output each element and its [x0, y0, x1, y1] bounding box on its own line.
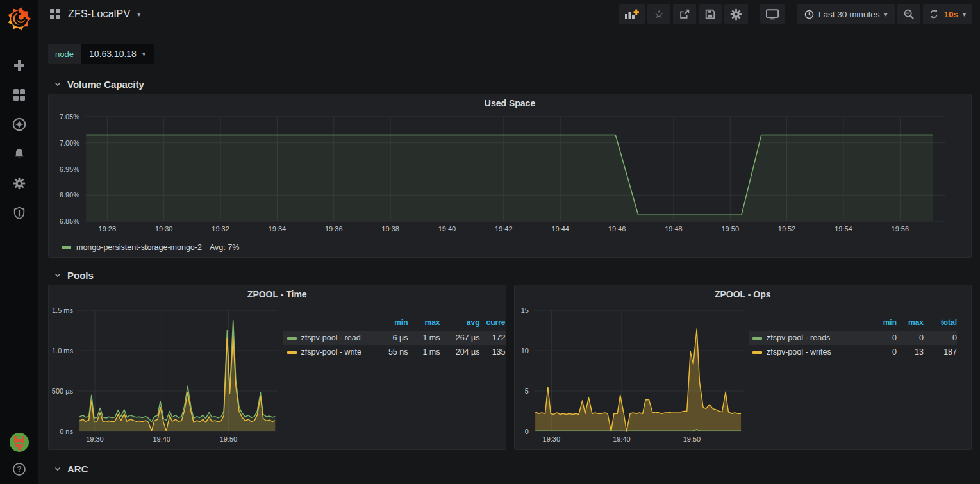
- cycle-view-tv-button[interactable]: [760, 4, 785, 24]
- value-total: 187: [924, 345, 957, 359]
- add-panel-button[interactable]: [619, 4, 645, 24]
- refresh-interval-label: 10s: [943, 10, 958, 19]
- series-swatch: [62, 246, 71, 249]
- svg-text:10: 10: [520, 347, 528, 355]
- value-max: 1 ms: [408, 331, 440, 345]
- alerting-bell-icon[interactable]: [12, 147, 26, 161]
- svg-text:19:56: 19:56: [892, 225, 909, 233]
- svg-text:19:30: 19:30: [155, 225, 173, 233]
- row-header-pools[interactable]: Pools: [48, 265, 972, 285]
- explore-compass-icon[interactable]: [12, 117, 26, 131]
- time-range-label: Last 30 minutes: [818, 10, 879, 19]
- create-plus-icon[interactable]: [12, 58, 26, 72]
- svg-text:19:36: 19:36: [325, 225, 343, 233]
- series-swatch: [287, 351, 297, 354]
- svg-text:19:50: 19:50: [220, 435, 237, 443]
- panel-zpool-ops: ZPOOL - Ops 05101519:3019:4019:50 min ma…: [514, 285, 972, 450]
- legend-col-spacer: [749, 317, 870, 331]
- grafana-app: ? ZFS-LocalPV ▾ ☆: [0, 0, 980, 484]
- panel-title[interactable]: ZPOOL - Time: [49, 285, 506, 303]
- svg-text:0 ns: 0 ns: [60, 428, 73, 435]
- used-space-chart[interactable]: 6.85%6.90%6.95%7.00%7.05%19:2819:3019:32…: [49, 112, 971, 238]
- svg-text:19:40: 19:40: [613, 435, 630, 443]
- zpool-ops-chart[interactable]: 05101519:3019:4019:50: [515, 303, 749, 449]
- clock-icon: [804, 10, 814, 19]
- pools-panels-row: ZPOOL - Time 0 ns500 µs1.0 ms1.5 ms19:30…: [48, 285, 972, 450]
- save-button[interactable]: [699, 4, 722, 24]
- value-total: 0: [924, 331, 957, 345]
- legend-header-max[interactable]: max: [408, 317, 440, 331]
- row-title: Volume Capacity: [67, 79, 144, 90]
- svg-text:7.05%: 7.05%: [60, 113, 79, 121]
- dashboard-squares-icon: [49, 8, 61, 20]
- svg-text:19:46: 19:46: [608, 225, 626, 233]
- topnav-actions: ☆ Last 30 mi: [619, 4, 972, 24]
- legend-header-max[interactable]: max: [897, 317, 924, 331]
- main-area: ZFS-LocalPV ▾ ☆: [38, 0, 980, 484]
- svg-text:19:48: 19:48: [665, 225, 683, 233]
- refresh-icon: [929, 9, 939, 19]
- configuration-gear-icon[interactable]: [12, 176, 26, 190]
- legend-header-min[interactable]: min: [870, 317, 897, 331]
- zoom-out-button[interactable]: [897, 4, 920, 24]
- share-button[interactable]: [673, 4, 696, 24]
- panel-title[interactable]: ZPOOL - Ops: [515, 285, 972, 303]
- svg-text:5: 5: [524, 387, 528, 395]
- panel-title[interactable]: Used Space: [49, 94, 971, 112]
- legend-header-total[interactable]: total: [924, 317, 957, 331]
- variable-label: node: [48, 44, 81, 64]
- value-max: 13: [897, 345, 924, 359]
- row-header-arc[interactable]: ARC: [48, 459, 972, 478]
- node-variable-dropdown[interactable]: node 10.63.10.18 ▾: [48, 44, 154, 64]
- zpool-time-chart[interactable]: 0 ns500 µs1.0 ms1.5 ms19:3019:4019:50: [49, 303, 283, 449]
- svg-text:7.00%: 7.00%: [60, 139, 79, 147]
- value-current: 135: [480, 345, 506, 359]
- series-name[interactable]: zfspv-pool - write: [283, 345, 372, 359]
- series-name[interactable]: zfspv-pool - read: [283, 331, 372, 345]
- legend-header-current[interactable]: curre: [480, 317, 506, 331]
- sidebar-menu: [12, 58, 26, 220]
- zpool-ops-legend: min max total zfspv-pool - reads 0 0 0: [749, 303, 971, 449]
- chevron-down-icon: ▾: [142, 51, 145, 58]
- series-swatch: [287, 337, 297, 340]
- svg-text:6.90%: 6.90%: [60, 191, 79, 199]
- star-button[interactable]: ☆: [647, 4, 670, 24]
- dashboard-title: ZFS-LocalPV: [68, 8, 130, 20]
- refresh-button[interactable]: 10s ▾: [923, 4, 972, 24]
- chevron-down-icon: ▾: [963, 11, 966, 18]
- help-question-icon[interactable]: ?: [12, 462, 26, 476]
- used-space-legend: mongo-persistent-storage-mongo-2 Avg: 7%: [49, 238, 971, 257]
- legend-header-min[interactable]: min: [372, 317, 408, 331]
- value-min: 0: [870, 345, 897, 359]
- value-min: 6 µs: [372, 331, 408, 345]
- svg-text:19:50: 19:50: [683, 435, 700, 443]
- svg-text:500 µs: 500 µs: [52, 387, 74, 395]
- row-title: ARC: [67, 463, 88, 474]
- row-header-volume-capacity[interactable]: Volume Capacity: [48, 74, 972, 94]
- top-navbar: ZFS-LocalPV ▾ ☆: [38, 0, 980, 28]
- variable-value: 10.63.10.18: [89, 49, 137, 59]
- series-name[interactable]: zfspv-pool - writes: [749, 345, 870, 359]
- legend-col-spacer: [283, 317, 372, 331]
- legend-header-avg[interactable]: avg: [440, 317, 480, 331]
- series-swatch: [752, 337, 762, 340]
- grafana-logo-icon[interactable]: [6, 4, 33, 31]
- series-name[interactable]: mongo-persistent-storage-mongo-2: [76, 243, 202, 252]
- server-admin-shield-icon[interactable]: [12, 206, 26, 220]
- user-avatar[interactable]: [10, 433, 29, 452]
- sidebar-bottom: ?: [10, 433, 29, 484]
- dashboard-title-dropdown[interactable]: ZFS-LocalPV ▾: [49, 8, 140, 20]
- time-range-picker[interactable]: Last 30 minutes ▾: [797, 4, 895, 24]
- svg-text:1.5 ms: 1.5 ms: [52, 306, 73, 314]
- dashboards-grid-icon[interactable]: [12, 88, 26, 102]
- value-current: 172: [480, 331, 506, 345]
- panel-settings-button[interactable]: [724, 4, 748, 24]
- legend-row-writes: zfspv-pool - writes 0 13 187: [749, 345, 957, 359]
- value-min: 0: [870, 331, 897, 345]
- svg-text:19:30: 19:30: [86, 435, 103, 443]
- submenu: node 10.63.10.18 ▾: [48, 44, 972, 64]
- svg-text:6.95%: 6.95%: [60, 165, 79, 173]
- series-name[interactable]: zfspv-pool - reads: [749, 331, 870, 345]
- legend-row-write: zfspv-pool - write 55 ns 1 ms 204 µs 135: [283, 345, 506, 359]
- svg-text:?: ?: [17, 465, 21, 474]
